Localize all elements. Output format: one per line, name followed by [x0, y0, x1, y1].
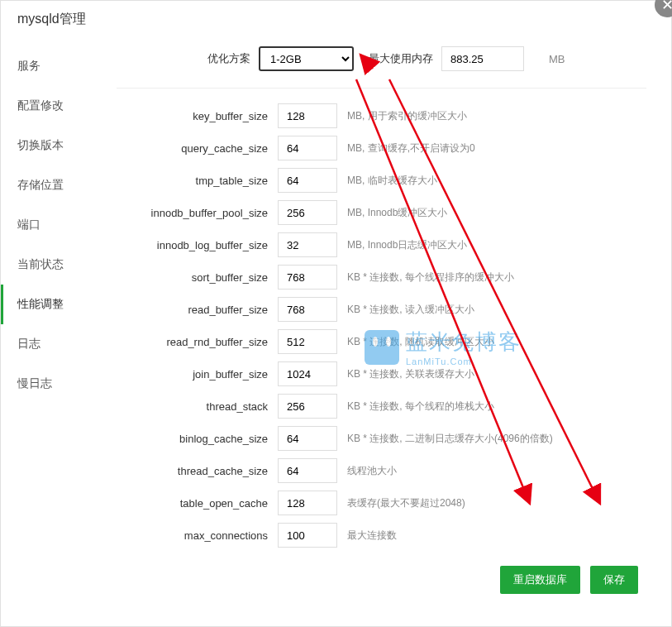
field-input-thread_cache_size[interactable]	[278, 458, 337, 483]
field-input-innodb_log_buffer_size[interactable]	[278, 232, 337, 257]
field-row-table_open_cache: table_open_cache表缓存(最大不要超过2048)	[117, 491, 646, 515]
field-desc: MB, 查询缓存,不开启请设为0	[347, 141, 646, 156]
field-row-query_cache_size: query_cache_sizeMB, 查询缓存,不开启请设为0	[117, 136, 646, 160]
mem-input[interactable]	[441, 46, 524, 71]
field-label: binlog_cache_size	[117, 433, 278, 445]
sidebar-item-config[interactable]: 配置修改	[1, 86, 108, 126]
field-row-read_buffer_size: read_buffer_sizeKB * 连接数, 读入缓冲区大小	[117, 297, 646, 322]
sidebar-item-slowlog[interactable]: 慢日志	[1, 364, 108, 404]
field-row-innodb_buffer_pool_size: innodb_buffer_pool_sizeMB, Innodb缓冲区大小	[117, 200, 646, 225]
field-label: read_buffer_size	[117, 304, 278, 316]
sidebar-item-status[interactable]: 当前状态	[1, 245, 108, 285]
field-input-thread_stack[interactable]	[278, 394, 337, 419]
field-input-read_buffer_size[interactable]	[278, 297, 337, 322]
field-input-sort_buffer_size[interactable]	[278, 265, 337, 290]
field-row-innodb_log_buffer_size: innodb_log_buffer_sizeMB, Innodb日志缓冲区大小	[117, 232, 646, 257]
field-row-max_connections: max_connections最大连接数	[117, 523, 646, 548]
field-desc: 最大连接数	[347, 529, 646, 543]
field-input-query_cache_size[interactable]	[278, 136, 337, 160]
field-desc: 线程池大小	[347, 464, 646, 478]
field-input-innodb_buffer_pool_size[interactable]	[278, 200, 337, 225]
field-input-read_rnd_buffer_size[interactable]	[278, 329, 337, 354]
field-desc: KB * 连接数, 每个线程的堆栈大小	[347, 400, 646, 414]
field-desc: 表缓存(最大不要超过2048)	[347, 496, 646, 510]
field-row-tmp_table_size: tmp_table_sizeMB, 临时表缓存大小	[117, 168, 646, 193]
sidebar-item-version[interactable]: 切换版本	[1, 126, 108, 165]
field-input-tmp_table_size[interactable]	[278, 168, 337, 193]
field-label: query_cache_size	[117, 142, 278, 155]
field-input-table_open_cache[interactable]	[278, 491, 337, 515]
field-desc: MB, 临时表缓存大小	[347, 174, 646, 188]
field-row-read_rnd_buffer_size: read_rnd_buffer_sizeKB * 连接数, 随机读取缓冲区大小	[117, 329, 646, 354]
field-row-sort_buffer_size: sort_buffer_sizeKB * 连接数, 每个线程排序的缓冲大小	[117, 265, 646, 290]
field-input-key_buffer_size[interactable]	[278, 103, 337, 128]
field-label: innodb_log_buffer_size	[117, 239, 278, 251]
field-desc: KB * 连接数, 二进制日志缓存大小(4096的倍数)	[347, 432, 646, 446]
sidebar-item-port[interactable]: 端口	[1, 205, 108, 245]
field-row-join_buffer_size: join_buffer_sizeKB * 连接数, 关联表缓存大小	[117, 361, 646, 386]
field-desc: KB * 连接数, 读入缓冲区大小	[347, 303, 646, 317]
field-label: max_connections	[117, 529, 278, 542]
mem-label: 最大使用内存	[369, 51, 433, 66]
field-label: innodb_buffer_pool_size	[117, 207, 278, 219]
field-input-max_connections[interactable]	[278, 523, 337, 548]
main-panel: 优化方案 1-2GB 最大使用内存 MB key_buffer_sizeMB, …	[108, 30, 671, 622]
field-input-binlog_cache_size[interactable]	[278, 426, 337, 451]
field-row-thread_cache_size: thread_cache_size线程池大小	[117, 458, 646, 483]
field-row-thread_stack: thread_stackKB * 连接数, 每个线程的堆栈大小	[117, 394, 646, 419]
scheme-label: 优化方案	[207, 51, 250, 66]
field-input-join_buffer_size[interactable]	[278, 361, 337, 386]
field-desc: KB * 连接数, 关联表缓存大小	[347, 367, 646, 381]
field-label: table_open_cache	[117, 497, 278, 510]
sidebar-item-performance[interactable]: 性能调整	[1, 285, 108, 324]
field-label: thread_stack	[117, 400, 278, 413]
field-label: tmp_table_size	[117, 175, 278, 187]
field-row-binlog_cache_size: binlog_cache_sizeKB * 连接数, 二进制日志缓存大小(409…	[117, 426, 646, 451]
field-desc: MB, 用于索引的缓冲区大小	[347, 109, 646, 123]
field-row-key_buffer_size: key_buffer_sizeMB, 用于索引的缓冲区大小	[117, 103, 646, 128]
field-label: join_buffer_size	[117, 368, 278, 381]
field-desc: KB * 连接数, 随机读取缓冲区大小	[347, 335, 646, 349]
field-desc: MB, Innodb缓冲区大小	[347, 206, 646, 220]
field-label: read_rnd_buffer_size	[117, 336, 278, 348]
field-label: key_buffer_size	[117, 110, 278, 122]
field-label: thread_cache_size	[117, 465, 278, 477]
sidebar-item-log[interactable]: 日志	[1, 324, 108, 364]
restart-button[interactable]: 重启数据库	[500, 566, 580, 594]
sidebar-item-storage[interactable]: 存储位置	[1, 165, 108, 205]
field-desc: KB * 连接数, 每个线程排序的缓冲大小	[347, 270, 646, 285]
mem-unit: MB	[549, 53, 565, 65]
field-label: sort_buffer_size	[117, 271, 278, 284]
save-button[interactable]: 保存	[590, 566, 638, 594]
sidebar: 服务 配置修改 切换版本 存储位置 端口 当前状态 性能调整 日志 慢日志	[1, 30, 108, 622]
modal-title: mysqld管理	[1, 1, 671, 30]
field-desc: MB, Innodb日志缓冲区大小	[347, 238, 646, 252]
scheme-select[interactable]: 1-2GB	[259, 46, 354, 71]
sidebar-item-service[interactable]: 服务	[1, 46, 108, 86]
